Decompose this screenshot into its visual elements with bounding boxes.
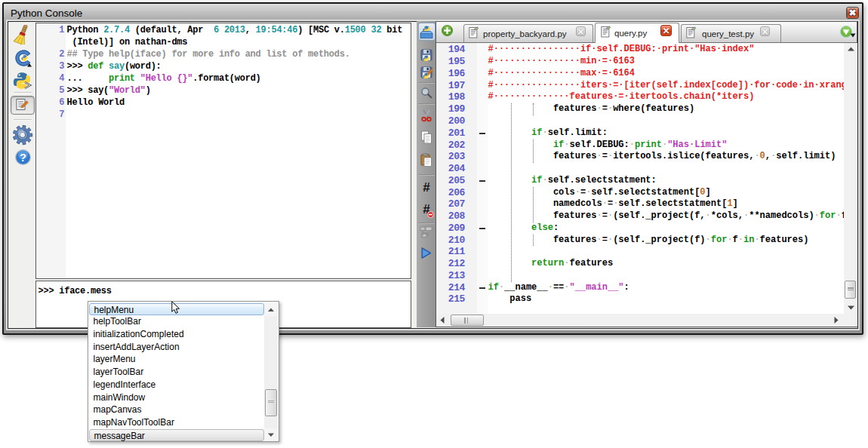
- svg-text:?: ?: [20, 152, 26, 164]
